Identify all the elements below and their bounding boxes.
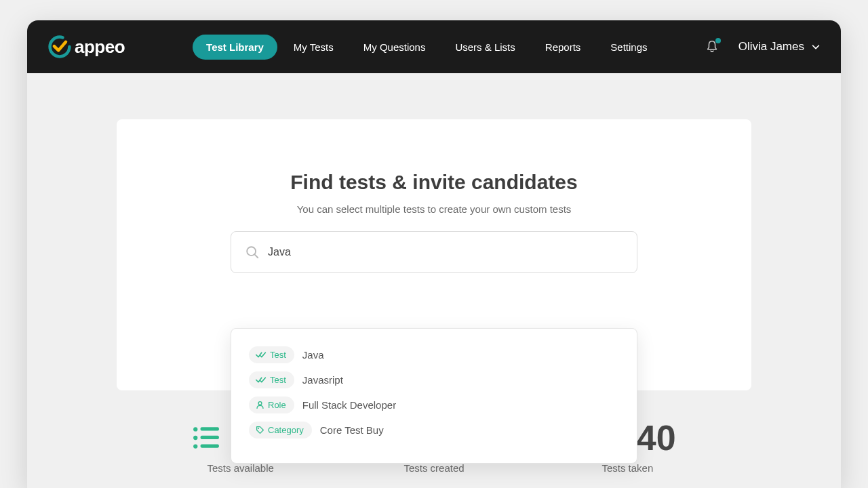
search-box[interactable] — [231, 231, 637, 273]
top-bar: appeo Test Library My Tests My Questions… — [27, 20, 841, 73]
nav-users-lists[interactable]: Users & Lists — [441, 35, 528, 60]
svg-rect-10 — [201, 444, 219, 447]
user-name: Olivia James — [738, 40, 804, 54]
svg-point-7 — [193, 436, 197, 440]
brand-logo[interactable]: appeo — [47, 35, 125, 59]
badge-test: Test — [249, 371, 294, 388]
svg-rect-8 — [201, 436, 219, 439]
double-check-icon — [256, 376, 267, 384]
badge-label: Test — [270, 375, 286, 385]
svg-point-3 — [258, 402, 262, 405]
suggestion-label: Java — [302, 349, 324, 361]
badge-role: Role — [249, 396, 294, 413]
svg-point-9 — [193, 444, 197, 448]
badge-label: Role — [268, 400, 286, 410]
logo-mark-icon — [47, 35, 72, 59]
nav-settings[interactable]: Settings — [597, 35, 660, 60]
page-content: Find tests & invite candidates You can s… — [27, 73, 841, 474]
stat-label: Tests taken — [601, 462, 653, 474]
app-window: appeo Test Library My Tests My Questions… — [27, 20, 841, 488]
badge-label: Test — [270, 350, 286, 360]
badge-category: Category — [249, 422, 312, 439]
suggestion-label: Javasript — [302, 374, 343, 386]
user-icon — [256, 401, 264, 409]
brand-name: appeo — [75, 37, 125, 58]
suggestion-label: Full Stack Developer — [302, 399, 396, 411]
double-check-icon — [256, 351, 267, 359]
tag-icon — [256, 426, 264, 434]
nav-my-tests[interactable]: My Tests — [280, 35, 347, 60]
search-input[interactable] — [268, 246, 623, 258]
suggestion-label: Core Test Buy — [320, 424, 384, 436]
suggestion-row[interactable]: Test Javasript — [249, 367, 619, 392]
primary-nav: Test Library My Tests My Questions Users… — [193, 35, 660, 60]
stat-label: Tests available — [207, 462, 273, 474]
badge-label: Category — [268, 425, 304, 435]
user-menu[interactable]: Olivia James — [738, 40, 821, 54]
suggestion-row[interactable]: Role Full Stack Developer — [249, 392, 619, 418]
page-title: Find tests & invite candidates — [117, 171, 751, 194]
suggestion-row[interactable]: Category Core Test Buy — [249, 418, 619, 443]
notifications-button[interactable] — [705, 39, 719, 54]
search-suggestions: Test Java Test Javasript — [231, 328, 637, 464]
list-icon — [192, 425, 220, 451]
badge-test: Test — [249, 346, 294, 363]
search-icon — [245, 245, 260, 260]
page-subtitle: You can select multiple tests to create … — [117, 203, 751, 215]
svg-point-4 — [258, 428, 259, 429]
notification-dot-icon — [715, 38, 721, 43]
stat-label: Tests created — [403, 462, 464, 474]
nav-test-library[interactable]: Test Library — [193, 35, 277, 60]
suggestion-row[interactable]: Test Java — [249, 342, 619, 367]
svg-point-5 — [193, 427, 197, 431]
svg-rect-6 — [201, 427, 219, 430]
chevron-down-icon — [811, 42, 821, 52]
nav-reports[interactable]: Reports — [532, 35, 595, 60]
nav-my-questions[interactable]: My Questions — [350, 35, 439, 60]
svg-line-2 — [255, 255, 258, 258]
topbar-right: Olivia James — [705, 39, 821, 54]
